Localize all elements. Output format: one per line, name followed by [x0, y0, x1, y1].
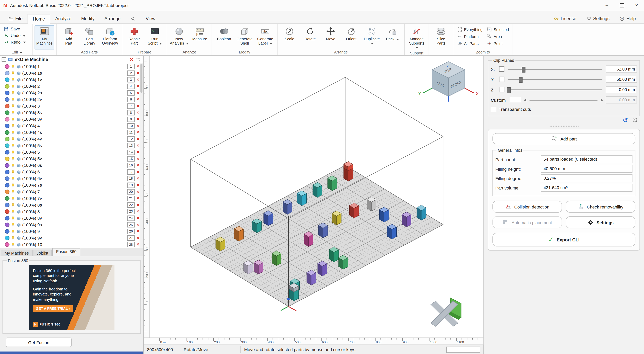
part-count-box[interactable]: 20	[127, 189, 134, 194]
tree-item[interactable]: (100%) 823	[5, 208, 144, 215]
zoom-area-button[interactable]: Area	[487, 34, 509, 39]
zoom-everything-button[interactable]: Everything	[457, 27, 482, 32]
part-count-box[interactable]: 3	[127, 77, 134, 82]
part-count-box[interactable]: 10	[127, 123, 134, 128]
visibility-toggle[interactable]	[11, 77, 15, 82]
delete-part-button[interactable]	[136, 110, 140, 115]
zoom-all-parts-button[interactable]: All Parts	[457, 41, 482, 46]
part-count-box[interactable]: 22	[127, 202, 134, 207]
visibility-toggle[interactable]	[11, 196, 15, 200]
part-count-box[interactable]: 24	[127, 215, 134, 221]
tree-item[interactable]: (100%) 410	[5, 122, 144, 129]
visibility-toggle[interactable]	[11, 123, 15, 128]
delete-part-button[interactable]	[136, 124, 140, 128]
delete-part-button[interactable]	[136, 84, 140, 88]
menu-settings-button[interactable]: Settings	[581, 14, 614, 24]
panel-tab-fusion-360[interactable]: Fusion 360	[52, 248, 80, 256]
clip-x-slider-handle[interactable]	[522, 67, 526, 72]
rotate-button[interactable]: Rotate	[300, 25, 320, 49]
clip-z-slider[interactable]	[507, 86, 603, 93]
visibility-toggle[interactable]	[11, 84, 15, 88]
part-count-box[interactable]: 27	[127, 235, 134, 240]
view-cube[interactable]: TOPLEFTFRONTZYX	[418, 62, 479, 102]
visibility-toggle[interactable]	[11, 229, 15, 233]
part-cube[interactable]	[252, 219, 262, 233]
visibility-toggle[interactable]	[11, 117, 15, 121]
part-cube[interactable]	[402, 212, 411, 227]
delete-part-button[interactable]	[136, 71, 140, 75]
part-cube[interactable]	[318, 223, 328, 238]
tree-scrollbar[interactable]	[140, 63, 143, 248]
part-cube[interactable]	[297, 190, 306, 206]
visibility-toggle[interactable]	[11, 104, 15, 108]
clip-x-checkbox[interactable]	[499, 66, 504, 72]
get-fusion-button[interactable]: Get Fusion	[6, 337, 72, 347]
tree-item[interactable]: (100%) 4s11	[5, 129, 144, 136]
panel-tab-my-machines[interactable]: My Machines	[1, 250, 32, 256]
tree-item[interactable]: (100%) 8s22	[5, 201, 144, 208]
delete-part-button[interactable]	[136, 104, 140, 108]
delete-part-button[interactable]	[136, 196, 140, 200]
clip-z-slider-handle[interactable]	[507, 87, 511, 93]
reset-clip-button[interactable]: ↺	[623, 117, 628, 123]
delete-part-button[interactable]	[136, 163, 140, 167]
repair-part-button[interactable]: RepairPart	[124, 25, 144, 49]
part-library-button[interactable]: PartLibrary	[80, 25, 99, 49]
part-count-box[interactable]: 4	[127, 84, 134, 89]
visibility-toggle[interactable]	[11, 150, 15, 154]
part-count-box[interactable]: 12	[127, 136, 134, 142]
tree-item[interactable]: (100%) 2s5	[5, 90, 144, 96]
part-count-box[interactable]: 7	[127, 103, 134, 109]
visibility-toggle[interactable]	[11, 236, 15, 240]
visibility-toggle[interactable]	[11, 130, 15, 134]
part-count-box[interactable]: 28	[127, 242, 134, 247]
settings-button[interactable]: Settings	[566, 216, 635, 228]
tree-item[interactable]: (100%) 4v12	[5, 136, 144, 142]
delete-part-button[interactable]	[136, 97, 140, 101]
part-count-box[interactable]: 9	[127, 116, 134, 122]
visibility-toggle[interactable]	[11, 170, 15, 174]
delete-part-button[interactable]	[136, 189, 140, 194]
tree-scrollbar-thumb[interactable]	[140, 64, 142, 93]
manage-supports-button[interactable]: ManageSupports	[407, 25, 426, 50]
visibility-toggle[interactable]	[11, 183, 15, 187]
menu-tab-home[interactable]: Home	[28, 14, 50, 24]
boolean-button[interactable]: Boolean	[214, 25, 234, 49]
maximize-button[interactable]	[614, 0, 629, 11]
delete-part-button[interactable]	[136, 143, 140, 147]
add-part-panel-button[interactable]: Add part	[492, 133, 635, 144]
tree-item[interactable]: (100%) 24	[5, 83, 144, 90]
visibility-toggle[interactable]	[11, 242, 15, 247]
add-part-button[interactable]: AddPart	[59, 25, 78, 49]
part-cube[interactable]	[234, 226, 244, 241]
part-cube[interactable]	[350, 203, 359, 218]
delete-part-button[interactable]	[136, 223, 140, 227]
panel-tab-joblist[interactable]: Joblist	[33, 250, 52, 256]
part-cube[interactable]	[283, 199, 292, 214]
clip-y-slider-handle[interactable]	[519, 77, 523, 83]
clip-custom-slider[interactable]	[529, 97, 598, 103]
part-count-box[interactable]: 2	[127, 70, 134, 76]
platform-overview-button[interactable]: iPlatformOverview	[100, 25, 120, 49]
visibility-toggle[interactable]	[11, 209, 15, 213]
delete-part-button[interactable]	[136, 78, 140, 82]
part-count-box[interactable]: 11	[127, 130, 134, 135]
part-count-box[interactable]: 23	[127, 209, 134, 214]
remove-machine-button[interactable]	[129, 57, 134, 62]
zoom-selected-button[interactable]: Selected	[487, 27, 509, 32]
part-count-box[interactable]: 5	[127, 90, 134, 96]
clip-settings-button[interactable]	[632, 117, 638, 123]
menu-tab-arrange[interactable]: Arrange	[100, 14, 126, 24]
clip-y-value[interactable]: 50.00 mm	[606, 76, 637, 83]
menu-tab-view[interactable]: View	[141, 14, 160, 24]
part-cube[interactable]	[338, 255, 348, 269]
tree-item[interactable]: (100%) 1v3	[5, 76, 144, 83]
delete-part-button[interactable]	[136, 170, 140, 174]
fusion-ad-banner[interactable]: Fusion 360 is the perfect complement for…	[29, 265, 114, 330]
transparent-cuts-checkbox[interactable]	[491, 107, 496, 112]
open-folder-icon[interactable]	[136, 57, 141, 62]
delete-part-button[interactable]	[136, 242, 140, 246]
tree-item[interactable]: (100%) 6s16	[5, 162, 144, 169]
tree-item[interactable]: (100%) 926	[5, 228, 144, 234]
tree-item[interactable]: (100%) 37	[5, 103, 144, 109]
